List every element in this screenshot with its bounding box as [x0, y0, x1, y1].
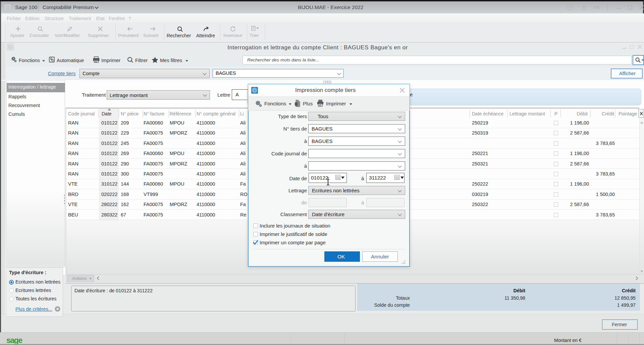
- svg-text:?: ?: [569, 6, 571, 10]
